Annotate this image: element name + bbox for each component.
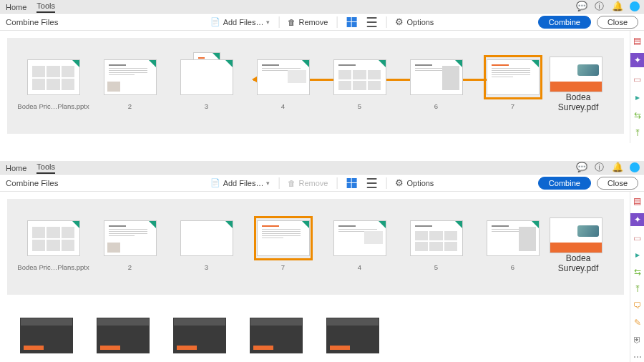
menubar: Home Tools 💬 ⓘ 🔔 bbox=[0, 0, 644, 14]
close-button[interactable]: Close bbox=[597, 177, 638, 190]
combine-tool-icon[interactable]: ✦ bbox=[630, 213, 645, 226]
remove-button[interactable]: 🗑 Remove bbox=[288, 179, 328, 187]
page-thumb[interactable]: 5 bbox=[322, 57, 397, 110]
more-tool-b-icon[interactable]: ⋯ bbox=[632, 351, 643, 362]
grid-view-button[interactable] bbox=[346, 177, 357, 189]
toolbar: Combine Files 📄 Add Files… ▾ 🗑 Remove ⚙ … bbox=[0, 175, 644, 192]
divider bbox=[386, 16, 386, 28]
right-rail: ▤ ✦ ▭ ▸ ⇆ ⤒ bbox=[630, 31, 644, 143]
stamp-tool-icon[interactable]: ▭ bbox=[632, 74, 643, 85]
page-thumb[interactable]: 3 bbox=[169, 217, 244, 271]
page-thumb[interactable]: 4 bbox=[322, 217, 397, 271]
menu-tools[interactable]: Tools bbox=[36, 162, 55, 174]
add-files-button[interactable]: 📄 Add Files… ▾ bbox=[210, 178, 270, 187]
page-thumb[interactable]: 3 bbox=[162, 315, 237, 362]
page-thumb[interactable]: 4 bbox=[245, 57, 321, 110]
help-icon[interactable]: ⓘ bbox=[594, 162, 605, 172]
page-thumb[interactable]: 2 bbox=[92, 217, 167, 271]
more-tool-a-icon[interactable]: ⤒ bbox=[632, 283, 643, 294]
combine-button[interactable]: Combine bbox=[538, 16, 591, 29]
thumbnail-stage: Bodea Pric…Plans.pptx237456 Bodea Survey… bbox=[7, 199, 624, 295]
options-button[interactable]: ⚙ Options bbox=[395, 177, 434, 188]
right-rail: ▤ ✦ ▭ ▸ ⇆ ⤒ 🗨 ✎ ⛨ ⋯ bbox=[630, 192, 644, 362]
page-thumb[interactable]: Bodea Pric…Plans.pptx bbox=[16, 217, 91, 271]
list-view-button[interactable] bbox=[366, 177, 377, 189]
chat-icon[interactable]: 💬 bbox=[576, 1, 587, 11]
page-thumb[interactable]: 5 bbox=[85, 315, 160, 362]
avatar[interactable] bbox=[630, 162, 640, 172]
bell-icon[interactable]: 🔔 bbox=[612, 162, 623, 172]
export-tool-icon[interactable]: ▸ bbox=[632, 250, 643, 260]
list-view-button[interactable] bbox=[366, 16, 377, 28]
page-thumb[interactable]: Bodea Pric…Plans.pptx bbox=[16, 57, 91, 110]
tool-title: Combine Files bbox=[6, 179, 59, 187]
page-thumb[interactable]: 4 bbox=[238, 315, 313, 362]
add-files-button[interactable]: 📄 Add Files… ▾ bbox=[210, 17, 270, 26]
file-thumb[interactable]: Bodea Survey.pdf bbox=[550, 217, 607, 273]
export-tool-icon[interactable]: ▸ bbox=[632, 92, 643, 103]
organize-tool-icon[interactable]: ⇆ bbox=[632, 267, 643, 278]
comment-tool-icon[interactable]: 🗨 bbox=[632, 300, 643, 311]
pdf-tool-icon[interactable]: ▤ bbox=[632, 35, 643, 47]
page-thumb[interactable]: 2 bbox=[92, 57, 167, 110]
menubar: Home Tools 💬 ⓘ 🔔 bbox=[0, 161, 644, 175]
tool-title: Combine Files bbox=[6, 18, 59, 26]
chevron-down-icon: ▾ bbox=[266, 180, 270, 187]
trash-icon: 🗑 bbox=[288, 18, 296, 26]
remove-button[interactable]: 🗑 Remove bbox=[288, 18, 328, 26]
page-thumb[interactable]: 6 bbox=[475, 217, 550, 271]
chat-icon[interactable]: 💬 bbox=[576, 162, 587, 172]
divider bbox=[278, 16, 279, 28]
bell-icon[interactable]: 🔔 bbox=[612, 1, 623, 11]
page-thumb[interactable]: 7 bbox=[475, 57, 550, 110]
page-thumb[interactable]: 5 bbox=[399, 217, 474, 271]
avatar[interactable] bbox=[630, 1, 640, 11]
add-files-icon: 📄 bbox=[210, 178, 220, 187]
add-files-icon: 📄 bbox=[210, 17, 220, 26]
toolbar: Combine Files 📄 Add Files… ▾ 🗑 Remove ⚙ … bbox=[0, 14, 644, 31]
close-button[interactable]: Close bbox=[597, 16, 638, 29]
page-thumb[interactable]: 2 bbox=[9, 315, 84, 362]
more-tool-icon[interactable]: ⤒ bbox=[632, 127, 643, 139]
menu-home[interactable]: Home bbox=[6, 3, 26, 13]
trash-icon: 🗑 bbox=[288, 179, 296, 187]
page-thumb[interactable]: 6 bbox=[399, 57, 474, 110]
menu-tools[interactable]: Tools bbox=[36, 1, 55, 13]
menu-home[interactable]: Home bbox=[6, 164, 26, 174]
chevron-down-icon: ▾ bbox=[266, 19, 270, 26]
sign-tool-icon[interactable]: ✎ bbox=[632, 318, 643, 328]
options-button[interactable]: ⚙ Options bbox=[395, 16, 434, 27]
gear-icon: ⚙ bbox=[395, 16, 404, 27]
page-thumb[interactable]: 7 bbox=[245, 217, 321, 271]
stamp-tool-icon[interactable]: ▭ bbox=[632, 233, 643, 243]
combine-button[interactable]: Combine bbox=[538, 177, 591, 190]
gear-icon: ⚙ bbox=[395, 177, 404, 188]
help-icon[interactable]: ⓘ bbox=[594, 1, 605, 11]
file-thumb[interactable]: Bodea Survey.pdf bbox=[550, 57, 607, 112]
divider bbox=[336, 16, 337, 28]
grid-view-button[interactable] bbox=[346, 16, 357, 28]
thumbnail-stage: Bodea Pric…Plans.pptx234567 Bodea Survey… bbox=[7, 38, 624, 134]
shield-tool-icon[interactable]: ⛨ bbox=[632, 335, 643, 346]
page-thumb[interactable]: 3 bbox=[169, 57, 244, 110]
organize-tool-icon[interactable]: ⇆ bbox=[632, 109, 643, 121]
pdf-tool-icon[interactable]: ▤ bbox=[632, 196, 643, 207]
combine-tool-icon[interactable]: ✦ bbox=[630, 53, 645, 67]
page-thumb[interactable]: 6 bbox=[315, 315, 390, 362]
extra-thumbs: 25346 bbox=[0, 302, 644, 362]
